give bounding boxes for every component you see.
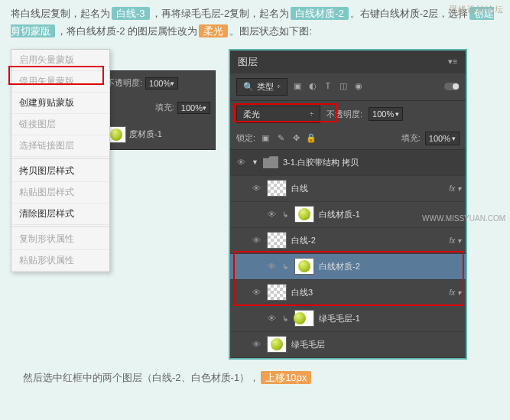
layer-thumbnail[interactable]: [267, 180, 287, 197]
filter-icon[interactable]: T: [323, 81, 333, 92]
layer-row[interactable]: 👁 白线3 fx ▾: [230, 280, 466, 306]
menu-item[interactable]: 清除图层样式: [11, 203, 109, 225]
visibility-icon[interactable]: 👁: [250, 184, 262, 193]
filter-icon[interactable]: ▣: [292, 81, 303, 92]
tag-layer-name: 白线-3: [112, 7, 150, 20]
panel-header: 图层 ▾≡: [230, 50, 466, 73]
menu-item-clipping-mask[interactable]: 创建剪贴蒙版: [11, 93, 109, 114]
instruction-text: 将白线层复制，起名为白线-3，再将绿毛毛层-2复制，起名为白线材质-2。右键白线…: [0, 0, 510, 45]
expand-icon[interactable]: ▼: [252, 158, 258, 166]
layer-thumbnail[interactable]: [294, 310, 314, 327]
layer-row[interactable]: 👁 白线-2 fx ▾: [230, 228, 466, 254]
filter-row: 🔍 类型 ÷ ▣ ◐ T ◫ ◉: [230, 73, 466, 101]
tag-layer-name: 白线材质-2: [291, 7, 349, 20]
visibility-icon[interactable]: 👁: [250, 340, 262, 349]
layer-row-selected[interactable]: 👁 ↳ 白线材质-2: [230, 254, 466, 280]
filter-icon[interactable]: ◉: [353, 81, 364, 92]
layer-thumbnail[interactable]: [294, 206, 314, 223]
layer-thumbnail[interactable]: [267, 232, 287, 249]
layers-panel: 图层 ▾≡ 🔍 类型 ÷ ▣ ◐ T ◫ ◉ 柔光÷ 不透明度: 100%▾ 锁…: [229, 49, 467, 360]
menu-item[interactable]: 选择链接图层: [11, 135, 109, 157]
layer-row[interactable]: 👁 白线 fx ▾: [230, 176, 466, 202]
visibility-icon[interactable]: 👁: [265, 262, 278, 271]
filter-toggle[interactable]: [444, 83, 460, 90]
menu-item[interactable]: 复制形状属性: [11, 229, 109, 250]
watermark-text: 思缘设计论坛: [449, 4, 504, 15]
menu-item[interactable]: 拷贝图层样式: [11, 161, 109, 182]
filter-icon[interactable]: ◐: [307, 81, 318, 92]
lock-row: 锁定: ▣ ✎ ✥ 🔒 填充: 100%▾: [230, 128, 466, 150]
fx-badge[interactable]: fx ▾: [449, 288, 461, 297]
lock-move-icon[interactable]: ✥: [291, 133, 301, 144]
fx-badge[interactable]: fx ▾: [449, 236, 461, 245]
visibility-icon[interactable]: 👁: [235, 158, 247, 167]
filter-type-dropdown[interactable]: 🔍 类型 ÷: [236, 78, 287, 96]
panel-title: 图层: [238, 55, 258, 69]
layer-thumbnail[interactable]: [267, 336, 287, 353]
clip-arrow-icon: ↳: [282, 262, 288, 271]
menu-item[interactable]: 粘贴图层样式: [11, 182, 109, 203]
lock-brush-icon[interactable]: ✎: [275, 133, 286, 144]
menu-icon[interactable]: ▾≡: [447, 57, 458, 67]
layer-row[interactable]: 👁 绿毛毛层: [230, 332, 466, 358]
visibility-icon[interactable]: 👁: [250, 236, 262, 245]
fx-badge[interactable]: fx ▾: [449, 184, 461, 193]
layer-group[interactable]: 👁 ▼ 3-1.白胶带结构 拷贝: [230, 150, 466, 176]
lock-transparent-icon[interactable]: ▣: [260, 133, 271, 144]
clip-arrow-icon: ↳: [282, 314, 288, 323]
fill-input[interactable]: 100%▾: [425, 132, 460, 145]
layers-list: 👁 ▼ 3-1.白胶带结构 拷贝 👁 白线 fx ▾ 👁 ↳ 白线材质-1 👁: [230, 150, 466, 358]
layer-thumbnail[interactable]: [267, 284, 287, 301]
layer-row[interactable]: 👁 ↳ 白线材质-1: [230, 202, 466, 228]
lock-all-icon[interactable]: 🔒: [306, 133, 317, 144]
highlight-box: [8, 66, 104, 85]
clip-arrow-icon: ↳: [282, 210, 288, 219]
filter-icon[interactable]: ◫: [338, 81, 349, 92]
folder-icon: [263, 156, 278, 168]
layer-thumbnail[interactable]: [294, 258, 314, 275]
footer-instruction: 然后选中红框中的两个图层（白线-2、白色材质-1），上移10px: [0, 363, 510, 392]
tag-action: 上移10px: [261, 371, 311, 384]
visibility-icon[interactable]: 👁: [250, 288, 262, 297]
opacity-input[interactable]: 100%▾: [369, 107, 403, 121]
layer-name[interactable]: 3-1.白胶带结构 拷贝: [283, 157, 461, 168]
menu-item[interactable]: 粘贴形状属性: [11, 250, 109, 272]
layer-row[interactable]: 👁 ↳ 绿毛毛层-1: [230, 306, 466, 332]
tag-blend-mode: 柔光: [199, 24, 228, 37]
highlight-box: [234, 103, 337, 122]
partial-panel: 不透明度:100%▾ 填充:100%▾ 度材质-1: [101, 70, 216, 150]
visibility-icon[interactable]: 👁: [265, 210, 278, 219]
visibility-icon[interactable]: 👁: [265, 314, 278, 323]
blend-mode-row: 柔光÷ 不透明度: 100%▾: [230, 101, 466, 128]
menu-item[interactable]: 链接图层: [11, 114, 109, 135]
